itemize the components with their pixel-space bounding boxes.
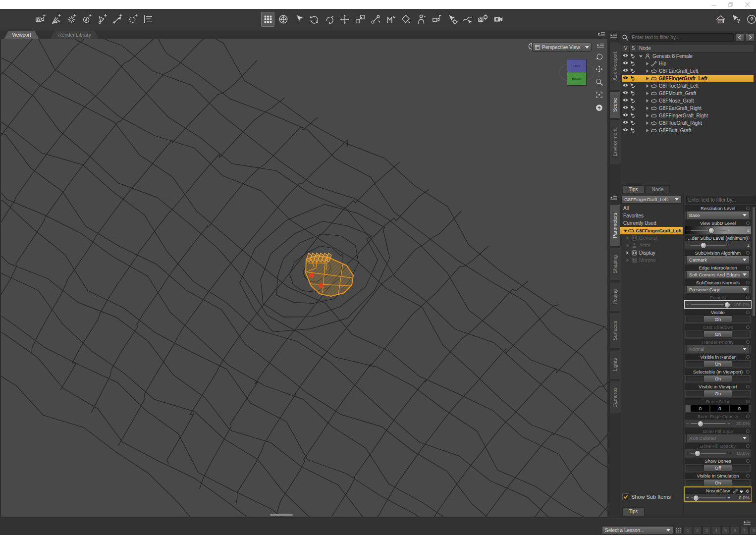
param-group-all[interactable]: All [620,205,683,212]
expand-closed-icon[interactable] [645,84,649,88]
dock-tab-cameras[interactable]: Cameras [609,381,620,414]
expand-closed-icon[interactable] [645,91,649,96]
scene-node-row[interactable]: G8FMouth_Graft [622,90,754,97]
visibility-eye-icon[interactable] [622,112,629,119]
parameter-settings-icon[interactable] [746,384,750,390]
param-subgroup-display[interactable]: Display [620,249,683,257]
orbit-button[interactable] [594,51,604,61]
tab-viewport[interactable]: Viewport [4,31,39,39]
lesson-grid-icon[interactable] [674,526,683,535]
parameter-slider[interactable]: −+2 [686,227,750,233]
parameter-settings-icon[interactable] [746,414,750,420]
new-point-light-button[interactable] [64,12,78,27]
lesson-page-button-6[interactable]: 6 [731,526,739,535]
parameter-settings-icon[interactable] [746,236,750,241]
scene-node-row[interactable]: G8FNose_Graft [622,97,754,105]
viewport-options-icon[interactable] [596,42,604,49]
figure-tool-button[interactable] [415,12,428,27]
parameter-settings-icon[interactable] [746,370,750,375]
bottom-tab-node[interactable]: Node [646,185,670,194]
scene-node-row[interactable]: G8FEarGraft_Right [622,105,754,112]
active-pose-tool-button[interactable] [369,12,382,27]
column-node[interactable]: Node [637,45,651,52]
visibility-eye-icon[interactable] [622,120,629,126]
bottom-tab-tips[interactable]: Tips [622,507,645,516]
expand-open-icon[interactable] [639,54,643,58]
selectable-cursor-icon[interactable] [629,120,636,126]
visibility-eye-icon[interactable] [622,60,629,67]
selectable-cursor-icon[interactable] [629,75,636,82]
new-spotlight-button[interactable] [95,12,108,27]
filter-forward-button[interactable] [746,33,755,42]
universal-tool-button[interactable] [276,12,290,27]
node-selection-tool-button[interactable] [292,12,305,27]
parameter-slider[interactable]: −+1 [686,242,750,248]
view-cube[interactable]: Front Bottom [566,58,587,86]
lesson-page-button-5[interactable]: 5 [721,526,730,535]
parameter-dropdown[interactable]: Preserve Cage [686,285,750,294]
parameter-settings-icon[interactable] [746,325,750,330]
context-help-button[interactable]: ? [729,12,743,27]
render-button[interactable] [491,12,505,27]
dock-tab-shaping[interactable]: Shaping [609,248,620,281]
scene-node-row[interactable]: G8FFingerGraft_Left [622,75,754,82]
viewport-resize-handle[interactable] [270,514,293,516]
parameter-settings-icon[interactable] [746,355,750,360]
dock-pane-menu-icon[interactable] [610,195,618,202]
view-selector-dropdown[interactable]: Perspective View [532,43,592,52]
new-null-button[interactable] [126,12,139,27]
expand-open-icon[interactable] [623,228,628,233]
rotate-tool-button[interactable] [307,12,321,27]
new-linear-point-light-button[interactable] [110,12,124,27]
column-selectable[interactable]: S [630,45,637,52]
selectable-cursor-icon[interactable] [629,68,636,74]
geometry-selection-tool-button[interactable] [399,12,413,27]
new-ambient-light-button[interactable] [80,12,93,27]
parameter-settings-icon[interactable] [746,444,750,449]
close-icon[interactable] [739,0,756,9]
parameter-settings-icon[interactable] [746,474,750,479]
pan-button[interactable] [594,64,604,74]
parameter-toggle[interactable]: On [703,316,732,323]
parameters-scrollbar[interactable] [752,205,756,503]
minimize-icon[interactable] [705,0,722,9]
visibility-eye-icon[interactable] [622,127,629,134]
dock-tab-surfaces[interactable]: Surfaces [609,313,620,349]
parameter-dropdown[interactable]: Axis Colored [686,434,750,442]
dock-tab-posing[interactable]: Posing [609,282,620,312]
lesson-page-button-8[interactable]: 8 [750,526,756,535]
parameter-dropdown[interactable]: Catmark [686,256,750,264]
selectable-cursor-icon[interactable] [629,112,636,119]
parameter-slider[interactable]: −+100.0% [686,302,750,307]
selectable-cursor-icon[interactable] [629,105,636,111]
parameter-settings-icon[interactable] [746,310,750,316]
visibility-eye-icon[interactable] [622,53,629,59]
param-group-root[interactable]: G8FFingerGraft_Left [620,227,683,234]
scene-node-row[interactable]: G8FFingerGraft_Right [622,112,754,119]
parameter-dropdown[interactable]: Soft Corners And Edges [686,270,750,279]
parameter-dropdown[interactable]: Normal [686,345,750,353]
expand-closed-icon[interactable] [625,236,630,240]
show-sub-items-checkbox[interactable] [622,493,629,500]
bottom-tab-tips[interactable]: Tips [622,185,645,194]
scene-node-row[interactable]: Genesis 8 Female [622,53,754,60]
lesson-page-button-4[interactable]: 4 [712,526,720,535]
expand-closed-icon[interactable] [625,243,630,248]
scene-node-row[interactable]: G8FButt_Graft [622,127,754,134]
expand-closed-icon[interactable] [645,69,649,73]
align-pane-button[interactable] [141,12,155,27]
twist-tool-button[interactable] [323,12,336,27]
scene-node-row[interactable]: G8FToeGraft_Left [622,82,754,90]
zoom-button[interactable] [594,77,604,87]
visibility-eye-icon[interactable] [622,90,629,97]
surface-selection-tool-button[interactable] [461,12,474,27]
frame-button[interactable] [594,90,604,100]
help-button[interactable]: ? [745,12,756,27]
selectable-cursor-icon[interactable] [629,98,636,104]
scale-tool-button[interactable] [353,12,367,27]
param-group-currently-used[interactable]: Currently Used [620,219,683,227]
view-cube-front-face[interactable]: Front [567,59,587,73]
parameter-toggle[interactable]: On [703,479,732,486]
viewport-pane-menu-icon[interactable] [597,31,605,38]
viewport-canvas[interactable]: Perspective View Front Bottom [1,39,607,517]
